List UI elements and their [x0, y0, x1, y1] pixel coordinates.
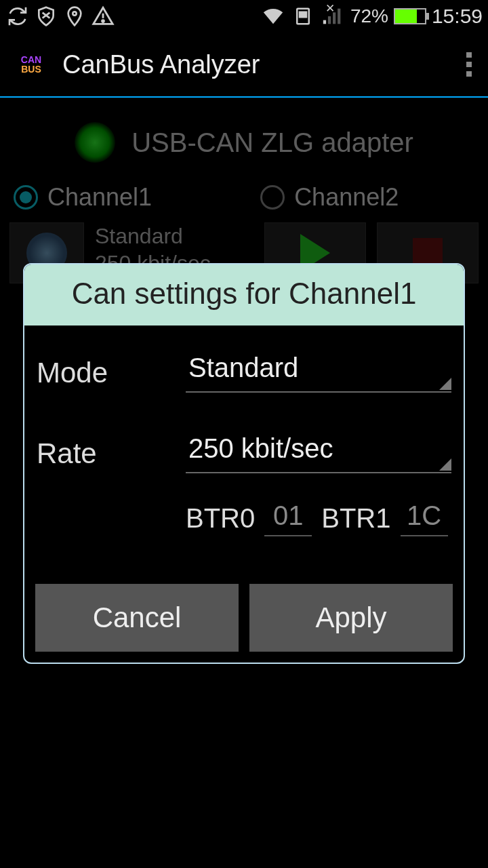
btr1-label: BTR1 [321, 503, 390, 534]
sim-icon [291, 4, 315, 28]
svg-rect-4 [300, 12, 306, 18]
warning-icon [91, 4, 115, 28]
apply-button[interactable]: Apply [249, 584, 453, 652]
btr0-input[interactable] [264, 500, 312, 536]
battery-icon [394, 8, 426, 24]
svg-rect-6 [328, 16, 331, 24]
svg-point-0 [73, 12, 76, 15]
mode-label: Mode [37, 353, 186, 389]
svg-text:✕: ✕ [325, 5, 335, 15]
dialog-title: Can settings for Channel1 [24, 264, 464, 326]
svg-point-2 [102, 20, 104, 22]
sync-icon [5, 4, 30, 28]
app-bar: CANBUS CanBus Analyzer [0, 33, 488, 98]
signal-icon: ✕ [321, 4, 345, 28]
rate-value: 250 kbit/sec [188, 433, 333, 463]
settings-dialog: Can settings for Channel1 Mode Standard … [23, 263, 465, 664]
rate-spinner[interactable]: 250 kbit/sec [186, 433, 451, 473]
btr1-input[interactable] [401, 500, 448, 536]
wifi-icon [261, 4, 285, 28]
clock: 15:59 [432, 5, 483, 28]
app-title: CanBus Analyzer [62, 50, 260, 79]
status-bar: ✕ 72% 15:59 [0, 0, 488, 33]
svg-rect-5 [323, 20, 326, 24]
rate-label: Rate [37, 433, 186, 470]
app-icon: CANBUS [11, 44, 52, 85]
location-icon [62, 4, 87, 28]
svg-rect-8 [338, 9, 340, 24]
btr0-label: BTR0 [186, 503, 255, 534]
mode-spinner[interactable]: Standard [186, 353, 451, 393]
overflow-menu-icon[interactable] [461, 47, 477, 82]
battery-percent: 72% [350, 5, 388, 27]
mode-value: Standard [188, 353, 298, 382]
cancel-button[interactable]: Cancel [35, 584, 239, 652]
shield-icon [34, 4, 58, 28]
